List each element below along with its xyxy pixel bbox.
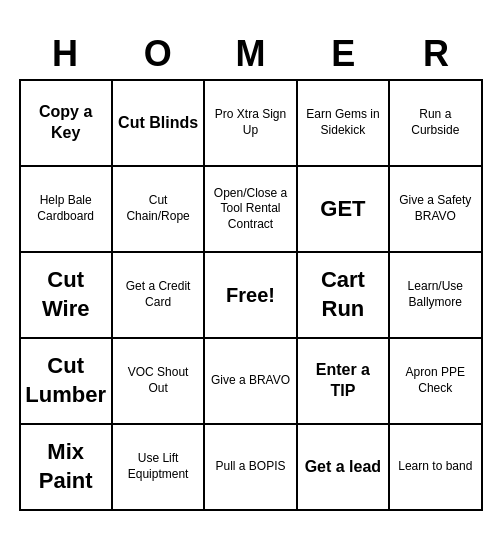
cell-text-10: Cut Wire — [25, 266, 107, 323]
bingo-cell-4: Run a Curbside — [390, 81, 482, 167]
cell-text-13: Cart Run — [302, 266, 384, 323]
cell-text-4: Run a Curbside — [394, 107, 476, 138]
title-letter-R: R — [393, 33, 479, 75]
cell-text-23: Get a lead — [305, 457, 381, 478]
bingo-cell-3: Earn Gems in Sidekick — [298, 81, 390, 167]
cell-text-2: Pro Xtra Sign Up — [209, 107, 291, 138]
title-letter-E: E — [300, 33, 386, 75]
bingo-cell-6: Cut Chain/Rope — [113, 167, 205, 253]
bingo-cell-17: Give a BRAVO — [205, 339, 297, 425]
cell-text-15: Cut Lumber — [25, 352, 107, 409]
bingo-cell-10: Cut Wire — [21, 253, 113, 339]
bingo-cell-7: Open/Close a Tool Rental Contract — [205, 167, 297, 253]
cell-text-7: Open/Close a Tool Rental Contract — [209, 186, 291, 233]
cell-text-6: Cut Chain/Rope — [117, 193, 199, 224]
bingo-cell-12: Free! — [205, 253, 297, 339]
cell-text-20: Mix Paint — [25, 438, 107, 495]
cell-text-8: GET — [320, 195, 365, 224]
title-letter-H: H — [22, 33, 108, 75]
bingo-cell-13: Cart Run — [298, 253, 390, 339]
bingo-cell-9: Give a Safety BRAVO — [390, 167, 482, 253]
cell-text-19: Apron PPE Check — [394, 365, 476, 396]
cell-text-9: Give a Safety BRAVO — [394, 193, 476, 224]
cell-text-1: Cut Blinds — [118, 113, 198, 134]
bingo-cell-22: Pull a BOPIS — [205, 425, 297, 511]
cell-text-12: Free! — [226, 282, 275, 308]
bingo-cell-1: Cut Blinds — [113, 81, 205, 167]
title-letter-O: O — [115, 33, 201, 75]
title-letter-M: M — [207, 33, 293, 75]
bingo-cell-24: Learn to band — [390, 425, 482, 511]
cell-text-16: VOC Shout Out — [117, 365, 199, 396]
bingo-cell-5: Help Bale Cardboard — [21, 167, 113, 253]
cell-text-21: Use Lift Equiptment — [117, 451, 199, 482]
bingo-cell-23: Get a lead — [298, 425, 390, 511]
bingo-cell-11: Get a Credit Card — [113, 253, 205, 339]
bingo-title: HOMER — [19, 33, 483, 75]
bingo-cell-2: Pro Xtra Sign Up — [205, 81, 297, 167]
bingo-cell-16: VOC Shout Out — [113, 339, 205, 425]
bingo-cell-21: Use Lift Equiptment — [113, 425, 205, 511]
cell-text-22: Pull a BOPIS — [215, 459, 285, 475]
cell-text-11: Get a Credit Card — [117, 279, 199, 310]
bingo-grid: Copy a KeyCut BlindsPro Xtra Sign UpEarn… — [19, 79, 483, 511]
cell-text-17: Give a BRAVO — [211, 373, 290, 389]
bingo-card: HOMER Copy a KeyCut BlindsPro Xtra Sign … — [11, 25, 491, 519]
cell-text-18: Enter a TIP — [302, 360, 384, 402]
bingo-cell-14: Learn/Use Ballymore — [390, 253, 482, 339]
bingo-cell-18: Enter a TIP — [298, 339, 390, 425]
bingo-cell-0: Copy a Key — [21, 81, 113, 167]
cell-text-24: Learn to band — [398, 459, 472, 475]
bingo-cell-19: Apron PPE Check — [390, 339, 482, 425]
bingo-cell-15: Cut Lumber — [21, 339, 113, 425]
cell-text-5: Help Bale Cardboard — [25, 193, 107, 224]
cell-text-14: Learn/Use Ballymore — [394, 279, 476, 310]
cell-text-3: Earn Gems in Sidekick — [302, 107, 384, 138]
bingo-cell-20: Mix Paint — [21, 425, 113, 511]
cell-text-0: Copy a Key — [25, 102, 107, 144]
bingo-cell-8: GET — [298, 167, 390, 253]
